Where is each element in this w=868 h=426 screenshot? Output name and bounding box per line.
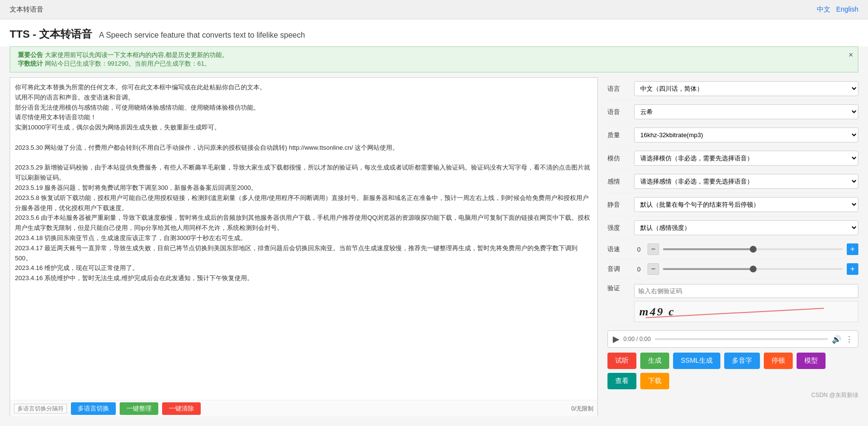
strength-row: 强度 默认（感情强度） [607, 216, 858, 240]
speed-plus-button[interactable]: + [847, 243, 858, 255]
speed-label: 语速 [607, 245, 634, 254]
organize-button[interactable]: 一键整理 [120, 402, 158, 415]
voice-label: 语音 [607, 108, 634, 116]
speed-fill [663, 248, 753, 250]
pitch-fill [663, 268, 753, 270]
mimic-control: 请选择模仿（非必选，需要先选择语音） [634, 151, 858, 166]
captcha-row: 验证 m49 c [607, 279, 858, 327]
model-button[interactable]: 模型 [797, 353, 826, 369]
voice-select[interactable]: 云希云扬晓晴晓伊 [634, 104, 858, 119]
char-count: 0/无限制 [571, 405, 593, 413]
pitch-value: 0 [634, 266, 644, 273]
mimic-label: 模仿 [607, 154, 634, 163]
speed-minus-button[interactable]: − [648, 243, 659, 255]
language-row: 语言 中文（四川话，简体）中文（普通话，简体）中文（粤语，繁体）English … [607, 77, 858, 100]
audio-track[interactable] [655, 338, 828, 340]
language-label: 语言 [607, 85, 634, 93]
language-control: 中文（四川话，简体）中文（普通话，简体）中文（粤语，繁体）English (US… [634, 81, 858, 96]
generate-button[interactable]: 生成 [640, 353, 669, 369]
strength-select[interactable]: 默认（感情强度） [634, 220, 858, 235]
trial-button[interactable]: 试听 [607, 353, 636, 369]
emotion-select[interactable]: 请选择感情（非必选，需要先选择语音） [634, 174, 858, 189]
audio-time: 0:00 / 0:00 [623, 336, 651, 342]
pitch-track[interactable] [663, 268, 843, 270]
lang-zh-button[interactable]: 中文 [817, 5, 830, 14]
pitch-minus-button[interactable]: − [648, 263, 659, 275]
strength-label: 强度 [607, 224, 634, 232]
main-layout: 你可将此文本替换为所需的任何文本。你可在此文本框中编写或在此处粘贴你自己的文本。… [0, 77, 868, 416]
action-buttons: 试听 生成 SSML生成 多音字 停顿 模型 查看 下载 [607, 353, 858, 389]
check-button[interactable]: 查看 [607, 373, 636, 389]
silence-select[interactable]: 默认（批量在每个句子的结束符号后停顿） [634, 197, 858, 212]
silence-control: 默认（批量在每个句子的结束符号后停顿） [634, 197, 858, 212]
speed-track[interactable] [663, 248, 843, 250]
mimic-row: 模仿 请选择模仿（非必选，需要先选择语音） [607, 147, 858, 170]
voice-row: 语音 云希云扬晓晴晓伊 [607, 100, 858, 124]
quality-row: 质量 16khz-32kbitrate(mp3)24khz-48kbitrate… [607, 124, 858, 147]
notice-close-button[interactable]: × [849, 51, 853, 59]
quality-label: 质量 [607, 131, 634, 140]
notice-stats-content: 网站今日已生成字数：991290。当前用户已生成字数：61。 [45, 60, 211, 67]
language-select[interactable]: 中文（四川话，简体）中文（普通话，简体）中文（粤语，繁体）English (US… [634, 81, 858, 96]
quality-select[interactable]: 16khz-32kbitrate(mp3)24khz-48kbitrate(mp… [634, 128, 858, 142]
pitch-label: 音调 [607, 265, 634, 273]
notice-title: 重要公告 [18, 51, 43, 58]
speed-thumb[interactable] [750, 246, 757, 253]
quality-control: 16khz-32kbitrate(mp3)24khz-48kbitrate(mp… [634, 128, 858, 142]
download-button[interactable]: 下载 [640, 373, 669, 389]
poly-button[interactable]: 多音字 [724, 353, 760, 369]
speed-row: 语速 0 − + [607, 240, 858, 259]
emotion-label: 感情 [607, 177, 634, 186]
pitch-thumb[interactable] [750, 266, 757, 272]
audio-player: ▶ 0:00 / 0:00 🔊 ⋮ [607, 330, 858, 348]
captcha-text: m49 c [639, 305, 675, 318]
ssml-button[interactable]: SSML生成 [673, 353, 720, 369]
captcha-control: m49 c [634, 284, 858, 322]
voice-control: 云希云扬晓晴晓伊 [634, 104, 858, 119]
notice-stats-label: 字数统计 [18, 60, 43, 67]
silence-label: 静音 [607, 200, 634, 209]
strength-control: 默认（感情强度） [634, 220, 858, 235]
notice-bar: 重要公告 大家使用前可以先阅读一下文本框内的内容,都是历史更新的功能。 字数统计… [10, 46, 858, 72]
text-area-footer: 多语言切换 一键整理 一键清除 0/无限制 [10, 400, 597, 416]
pitch-control: 0 − + [634, 263, 858, 275]
notice-content: 大家使用前可以先阅读一下文本框内的内容,都是历史更新的功能。 [45, 51, 229, 58]
page-header: TTS - 文本转语音 A Speech service feature tha… [0, 19, 868, 46]
watermark: CSDN @东荷新绿 [607, 391, 858, 399]
pause-button[interactable]: 停顿 [764, 353, 793, 369]
captcha-label: 验证 [607, 284, 634, 293]
page-title: TTS - 文本转语音 A Speech service feature tha… [10, 27, 858, 42]
mimic-select[interactable]: 请选择模仿（非必选，需要先选择语音） [634, 151, 858, 166]
right-panel: 语言 中文（四川话，简体）中文（普通话，简体）中文（粤语，繁体）English … [607, 77, 858, 416]
speed-control: 0 − + [634, 243, 858, 255]
volume-icon[interactable]: 🔊 [832, 335, 841, 344]
emotion-control: 请选择感情（非必选，需要先选择语音） [634, 174, 858, 189]
settings-form: 语言 中文（四川话，简体）中文（普通话，简体）中文（粤语，繁体）English … [607, 77, 858, 327]
text-area-wrapper: 你可将此文本替换为所需的任何文本。你可在此文本框中编写或在此处粘贴你自己的文本。… [10, 77, 598, 416]
emotion-row: 感情 请选择感情（非必选，需要先选择语音） [607, 170, 858, 193]
speed-slider-row: 0 − + [634, 243, 858, 255]
captcha-image[interactable]: m49 c [634, 301, 858, 322]
audio-more-icon[interactable]: ⋮ [845, 335, 853, 344]
play-button[interactable]: ▶ [613, 334, 620, 344]
left-panel: 你可将此文本替换为所需的任何文本。你可在此文本框中编写或在此处粘贴你自己的文本。… [10, 77, 598, 416]
multi-lang-separator-input[interactable] [14, 404, 67, 413]
app-title: 文本转语音 [10, 5, 43, 14]
pitch-row: 音调 0 − + [607, 259, 858, 279]
text-input[interactable]: 你可将此文本替换为所需的任何文本。你可在此文本框中编写或在此处粘贴你自己的文本。… [10, 78, 597, 398]
pitch-slider-row: 0 − + [634, 263, 858, 275]
language-switcher: 中文 English [817, 5, 858, 14]
speed-value: 0 [634, 246, 644, 253]
silence-row: 静音 默认（批量在每个句子的结束符号后停顿） [607, 193, 858, 216]
pitch-plus-button[interactable]: + [847, 263, 858, 275]
clear-button[interactable]: 一键清除 [162, 402, 201, 415]
top-bar: 文本转语音 中文 English [0, 0, 868, 19]
captcha-input[interactable] [634, 284, 858, 298]
lang-en-button[interactable]: English [836, 5, 858, 14]
multi-lang-switch-button[interactable]: 多语言切换 [71, 402, 116, 415]
